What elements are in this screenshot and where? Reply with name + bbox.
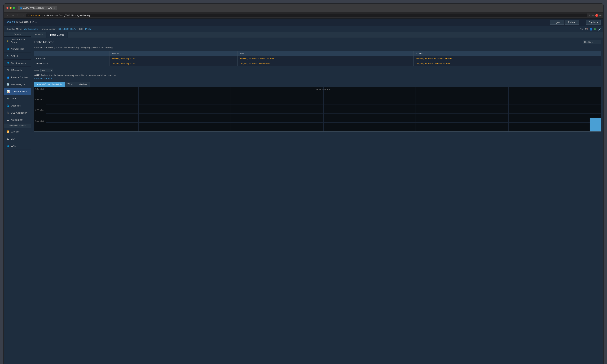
traffic-monitor-panel: Traffic Monitor Real-time Last 24 Hours … <box>31 38 603 134</box>
reload-button[interactable]: ↻ <box>16 14 20 17</box>
tab-title: ASUS Wireless Router RT-AX8 <box>23 7 52 9</box>
tab-bar: A ASUS Wireless Router RT-AX8 ✕ + <box>18 6 595 10</box>
sidebar-item-parental-controls[interactable]: 👥 Parental Controls <box>4 74 31 81</box>
sidebar-item-usb-application[interactable]: 🔌 USB Application <box>4 109 31 116</box>
sidebar-item-wireless[interactable]: 📶 Wireless <box>4 128 31 135</box>
bookmark-icon[interactable]: ☆ <box>592 14 594 17</box>
outgoing-wireless-link[interactable]: Outgoing packets to wireless network <box>416 62 450 65</box>
sidebar-label-network-map: Network Map <box>11 48 24 50</box>
chart-y-labels: 0.19 MB/s 0.13 MB/s 0.09 MB/s 0.05 MB/s <box>34 87 46 131</box>
sidebar-label-adaptive-qos: Adaptive QoS <box>11 83 25 86</box>
table-header-wireless: Wireless <box>413 51 601 56</box>
tab-traffic-monitor[interactable]: Traffic Monitor <box>46 32 68 38</box>
security-icon: ⚠ <box>28 14 30 17</box>
table-header-wired: Wired <box>238 51 413 56</box>
aimesh-icon: 🔗 <box>6 54 10 58</box>
table-cell-transmission-label: Transmission <box>34 61 109 66</box>
network-icon: 🔗 <box>598 28 601 30</box>
sidebar-advanced-header: Advanced Settings <box>4 123 31 128</box>
new-tab-button[interactable]: + <box>57 6 61 10</box>
operation-mode-value[interactable]: Wireless router <box>24 28 38 30</box>
asus-logo: /ISUS <box>6 20 14 24</box>
scale-label: Scale <box>34 69 39 72</box>
sidebar-item-quick-internet[interactable]: ⚡ Quick Internet Setup <box>4 37 31 45</box>
content-area: Statistic Traffic Monitor Traffic Monito… <box>31 32 603 364</box>
home-button[interactable]: ⌂ <box>22 14 25 17</box>
tab-close-icon[interactable]: ✕ <box>53 7 55 9</box>
table-cell-transmission-internet: Outgoing Internet packets <box>109 61 238 66</box>
browser-window: A ASUS Wireless Router RT-AX8 ✕ + ⋯ ← → … <box>3 3 604 364</box>
table-header-internet: Internet <box>109 51 238 56</box>
sidebar-item-traffic-analyzer[interactable]: 📊 Traffic Analyzer <box>4 88 31 95</box>
incoming-internet-link[interactable]: Incoming Internet packets <box>112 57 135 60</box>
browser-tab-active[interactable]: A ASUS Wireless Router RT-AX8 ✕ <box>18 6 57 10</box>
parental-controls-icon: 👥 <box>6 76 10 79</box>
chart-tab-wired[interactable]: Wired <box>65 82 76 87</box>
faq-link[interactable]: Traffic Monitor FAQ <box>34 78 52 80</box>
table-row-transmission: Transmission Outgoing Internet packets O… <box>34 61 601 66</box>
scale-select[interactable]: MB KB Packets <box>40 69 53 72</box>
logout-button[interactable]: Logout <box>550 20 564 25</box>
back-button[interactable]: ← <box>5 14 10 17</box>
quick-internet-icon: ⚡ <box>6 39 10 43</box>
maximize-button[interactable] <box>13 7 15 9</box>
url-text: router.asus.com/Main_TrafficMonitor_real… <box>44 14 91 17</box>
outgoing-wired-link[interactable]: Outgoing packets to wired network <box>240 62 272 65</box>
address-bar[interactable]: ⚠ Not Secure | router.asus.com/Main_Traf… <box>26 13 587 17</box>
adaptive-qos-icon: 🔄 <box>6 83 10 86</box>
info-bar-left: Operation Mode: Wireless router Firmware… <box>6 28 92 30</box>
table-cell-reception-label: Reception <box>34 56 109 61</box>
sidebar-item-game[interactable]: 🎮 Game <box>4 95 31 102</box>
extensions-icon[interactable]: 🔴 <box>595 14 598 17</box>
svg-text:WAN: WAN <box>315 88 332 91</box>
chart-tab-wan[interactable]: Internet Connection (WAN) <box>34 82 65 87</box>
usb-application-icon: 🔌 <box>6 111 10 115</box>
more-icon[interactable]: ⋯ <box>599 14 602 17</box>
sidebar: General ⚡ Quick Internet Setup 🌐 Network… <box>4 32 31 364</box>
sidebar-item-open-nat[interactable]: 🌐 Open NAT <box>4 102 31 109</box>
section-title: Traffic Monitor <box>34 40 53 44</box>
y-label-top: 0.19 MB/s <box>35 88 45 90</box>
security-label: Not Secure <box>31 14 40 16</box>
aiprotection-icon: 🛡 <box>6 68 10 72</box>
tab-statistic[interactable]: Statistic <box>31 32 46 38</box>
ssid-label: SSID: <box>78 28 83 30</box>
outgoing-internet-link[interactable]: Outgoing Internet packets <box>112 62 135 65</box>
share-icon[interactable]: ⬆ <box>589 14 591 17</box>
sidebar-label-open-nat: Open NAT <box>11 104 21 107</box>
wan-nav-icon: 🌐 <box>6 144 10 148</box>
traffic-analyzer-icon: 📊 <box>7 90 10 93</box>
sidebar-item-aiprotection[interactable]: 🛡 AiProtection <box>4 67 31 74</box>
sidebar-label-wan: WAN <box>11 145 16 147</box>
close-button[interactable] <box>6 7 9 9</box>
firmware-version[interactable]: 3.0.0.4.388_22525 <box>59 28 76 30</box>
ssid-value[interactable]: Mezha <box>85 28 92 30</box>
table-cell-reception-internet: Incoming Internet packets <box>109 56 238 61</box>
sidebar-general-header: General <box>4 32 31 37</box>
sidebar-item-aicloud[interactable]: ☁ AiCloud 2.0 <box>4 116 31 123</box>
realtime-select[interactable]: Real-time Last 24 Hours Last 7 Days <box>583 40 601 44</box>
sidebar-label-wireless: Wireless <box>11 130 20 133</box>
minimize-button[interactable] <box>10 7 12 9</box>
forward-button[interactable]: → <box>11 14 15 17</box>
incoming-wireless-link[interactable]: Incoming packets from wireless network <box>416 57 452 60</box>
main-layout: General ⚡ Quick Internet Setup 🌐 Network… <box>4 32 603 364</box>
language-selector[interactable]: English ▼ <box>586 20 601 25</box>
incoming-wired-link[interactable]: Incoming packets from wired network <box>240 57 274 60</box>
sidebar-item-aimesh[interactable]: 🔗 AiMesh <box>4 52 31 60</box>
tab-favicon: A <box>20 7 22 9</box>
content-tabs: Statistic Traffic Monitor <box>31 32 603 38</box>
sidebar-item-adaptive-qos[interactable]: 🔄 Adaptive QoS <box>4 81 31 88</box>
info-bar-icons: App 🎮 👤 🖥 🔗 <box>580 27 601 31</box>
sidebar-item-lan[interactable]: 🖧 LAN <box>4 135 31 142</box>
sidebar-item-network-map[interactable]: 🌐 Network Map <box>4 45 31 52</box>
sidebar-item-wan[interactable]: 🌐 WAN <box>4 142 31 149</box>
chart-plot-area: WAN <box>46 87 601 131</box>
note-label: NOTE: <box>34 74 40 77</box>
wireless-nav-icon: 📶 <box>6 130 10 133</box>
chart-tab-wireless[interactable]: Wireless <box>76 82 90 87</box>
table-cell-transmission-wireless: Outgoing packets to wireless network <box>413 61 601 66</box>
sidebar-item-guest-network[interactable]: 🌐 Guest Network <box>4 60 31 67</box>
reboot-button[interactable]: Reboot <box>565 20 579 25</box>
sidebar-label-game: Game <box>11 97 17 100</box>
